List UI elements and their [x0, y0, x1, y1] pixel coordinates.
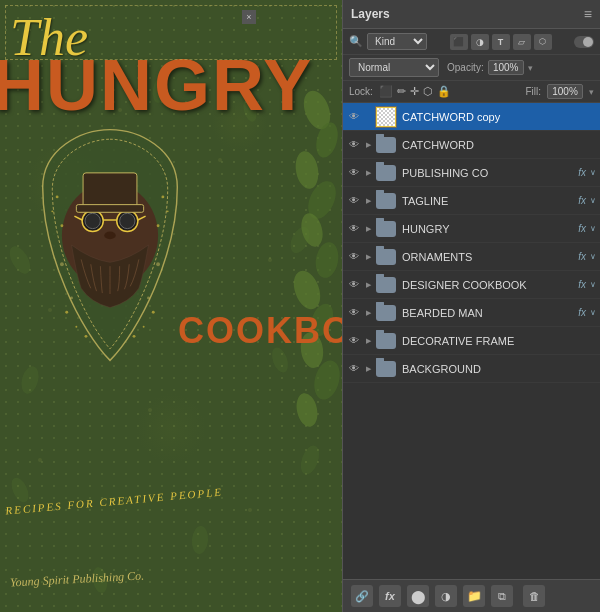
layer-thumbnail: [375, 330, 397, 352]
canvas-text-cookbook: COOKBO: [178, 310, 342, 352]
layer-name: CATCHWORD: [402, 139, 596, 151]
layer-visibility-toggle[interactable]: 👁: [347, 306, 361, 320]
layer-visibility-toggle[interactable]: 👁: [347, 222, 361, 236]
layer-name: CATCHWORD copy: [402, 111, 596, 123]
svg-rect-23: [76, 205, 143, 213]
svg-point-32: [167, 210, 169, 212]
filter-type-btn[interactable]: T: [492, 34, 510, 50]
layer-visibility-toggle[interactable]: 👁: [347, 278, 361, 292]
blend-mode-select[interactable]: Normal Multiply Screen Overlay Darken Li…: [349, 58, 439, 77]
panel-header: Layers ≡: [343, 0, 600, 29]
layer-expand-arrow[interactable]: ▶: [363, 334, 373, 348]
canvas-area: The HUNGRY: [0, 0, 342, 612]
filter-adjustment-btn[interactable]: ◑: [471, 34, 489, 50]
svg-point-36: [85, 335, 88, 338]
layer-visibility-toggle[interactable]: 👁: [347, 110, 361, 124]
layer-fx-badge: fx: [578, 167, 586, 178]
opacity-value[interactable]: 100%: [488, 60, 524, 75]
layer-name: ORNAMENTS: [402, 251, 576, 263]
layer-item[interactable]: 👁 ▶ TAGLINE fx ∨: [343, 187, 600, 215]
layer-item[interactable]: 👁 ▶ DECORATIVE FRAME: [343, 327, 600, 355]
svg-point-38: [143, 326, 145, 328]
layer-expand-arrow[interactable]: ▶: [363, 194, 373, 208]
layer-visibility-toggle[interactable]: 👁: [347, 194, 361, 208]
layer-expand-arrow[interactable]: ▶: [363, 166, 373, 180]
adjustment-icon: ◑: [441, 590, 451, 603]
layer-item[interactable]: 👁 CATCHWORD copy: [343, 103, 600, 131]
lock-all-icon[interactable]: 🔒: [437, 85, 451, 98]
layer-thumbnail: [375, 162, 397, 184]
blend-row: Normal Multiply Screen Overlay Darken Li…: [343, 55, 600, 81]
fill-value[interactable]: 100%: [547, 84, 583, 99]
layer-thumbnail: [375, 134, 397, 156]
lock-image-icon[interactable]: ✏: [397, 85, 406, 98]
layer-expand-arrow[interactable]: ▶: [363, 306, 373, 320]
link-layers-button[interactable]: 🔗: [351, 585, 373, 607]
add-mask-button[interactable]: ⬤: [407, 585, 429, 607]
layer-expand-arrow[interactable]: [363, 110, 373, 124]
layer-fx-chevron-icon: ∨: [590, 308, 596, 317]
layer-fx-chevron-icon: ∨: [590, 196, 596, 205]
layer-thumbnail: [375, 190, 397, 212]
svg-point-33: [157, 224, 160, 227]
layer-item[interactable]: 👁 ▶ CATCHWORD: [343, 131, 600, 159]
layer-name: DESIGNER COOKBOOK: [402, 279, 576, 291]
layer-item[interactable]: 👁 ▶ BEARDED MAN fx ∨: [343, 299, 600, 327]
svg-point-2: [293, 149, 321, 190]
layer-expand-arrow[interactable]: ▶: [363, 222, 373, 236]
canvas-text-hungry: HUNGRY: [0, 44, 313, 126]
new-adjustment-button[interactable]: ◑: [435, 585, 457, 607]
layer-fx-badge: fx: [578, 251, 586, 262]
layer-item[interactable]: 👁 ▶ ORNAMENTS fx ∨: [343, 243, 600, 271]
opacity-chevron-icon: ▾: [528, 63, 533, 73]
filter-toggle[interactable]: [574, 36, 594, 48]
panel-menu-icon[interactable]: ≡: [584, 6, 592, 22]
lock-position-icon[interactable]: ✛: [410, 85, 419, 98]
layer-visibility-toggle[interactable]: 👁: [347, 334, 361, 348]
filter-smart-btn[interactable]: ⬡: [534, 34, 552, 50]
layer-thumbnail: [375, 358, 397, 380]
lock-transparency-icon[interactable]: ⬛: [379, 85, 393, 98]
filter-pixel-btn[interactable]: ⬛: [450, 34, 468, 50]
new-group-button[interactable]: 📁: [463, 585, 485, 607]
layer-visibility-toggle[interactable]: 👁: [347, 138, 361, 152]
svg-point-29: [51, 210, 53, 212]
svg-point-30: [60, 224, 63, 227]
filter-shape-btn[interactable]: ▱: [513, 34, 531, 50]
trash-icon: 🗑: [529, 590, 540, 602]
layer-visibility-toggle[interactable]: 👁: [347, 250, 361, 264]
add-layer-style-button[interactable]: fx: [379, 585, 401, 607]
panel-close-button[interactable]: ×: [242, 10, 256, 24]
svg-point-5: [313, 240, 341, 279]
layer-visibility-toggle[interactable]: 👁: [347, 362, 361, 376]
svg-point-35: [75, 326, 77, 328]
layer-name: TAGLINE: [402, 195, 576, 207]
lock-row: Lock: ⬛ ✏ ✛ ⬡ 🔒 Fill: 100% ▾: [343, 81, 600, 103]
layer-expand-arrow[interactable]: ▶: [363, 138, 373, 152]
folder-new-icon: 📁: [467, 589, 482, 603]
layers-list[interactable]: 👁 CATCHWORD copy 👁 ▶ CATCHWORD 👁 ▶ PUBLI…: [343, 103, 600, 579]
svg-point-25: [70, 296, 73, 299]
layer-expand-arrow[interactable]: ▶: [363, 362, 373, 376]
delete-layer-button[interactable]: 🗑: [523, 585, 545, 607]
layer-name: BACKGROUND: [402, 363, 596, 375]
new-layer-button[interactable]: ⧉: [491, 585, 513, 607]
layer-item[interactable]: 👁 ▶ DESIGNER COOKBOOK fx ∨: [343, 271, 600, 299]
layer-fx-chevron-icon: ∨: [590, 280, 596, 289]
svg-point-15: [120, 213, 135, 228]
layer-expand-arrow[interactable]: ▶: [363, 250, 373, 264]
layer-fx-badge: fx: [578, 279, 586, 290]
layer-visibility-toggle[interactable]: 👁: [347, 166, 361, 180]
lock-artboard-icon[interactable]: ⬡: [423, 85, 433, 98]
lock-icons: ⬛ ✏ ✛ ⬡ 🔒: [379, 85, 451, 98]
mask-icon: ⬤: [411, 589, 426, 604]
layer-thumbnail: [375, 302, 397, 324]
layer-item[interactable]: 👁 ▶ PUBLISHING CO fx ∨: [343, 159, 600, 187]
layer-fx-badge: fx: [578, 307, 586, 318]
filter-kind-select[interactable]: Kind Name Effect Mode Attribute Color: [367, 33, 427, 50]
layer-item[interactable]: 👁 ▶ BACKGROUND: [343, 355, 600, 383]
filter-row: 🔍 Kind Name Effect Mode Attribute Color …: [343, 29, 600, 55]
layer-item[interactable]: 👁 ▶ HUNGRY fx ∨: [343, 215, 600, 243]
layer-expand-arrow[interactable]: ▶: [363, 278, 373, 292]
layer-name: PUBLISHING CO: [402, 167, 576, 179]
